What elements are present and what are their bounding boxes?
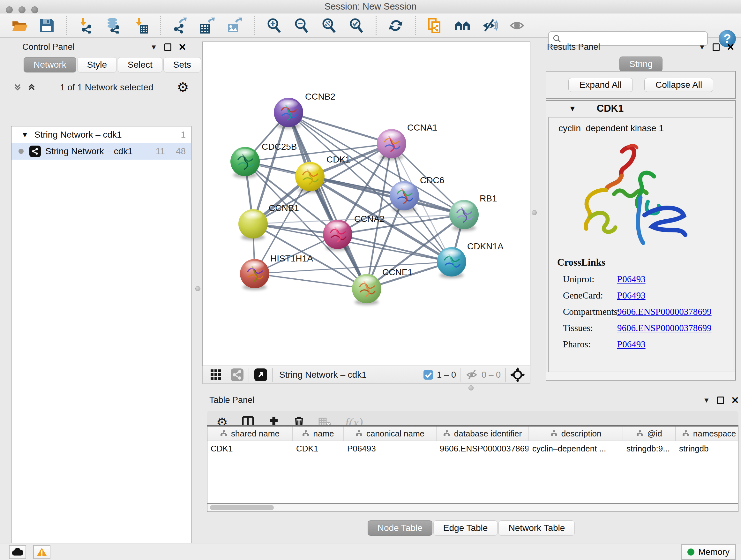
column-header-shared-name[interactable]: shared name [207, 427, 293, 441]
network-view-icon[interactable] [230, 368, 244, 382]
node-CCNE1[interactable]: CCNE1 [352, 267, 413, 305]
bottom-splitter-handle[interactable] [468, 385, 474, 390]
column-header-namespace[interactable]: namespace [676, 427, 738, 441]
tab-node-table[interactable]: Node Table [367, 520, 432, 536]
float-panel-icon[interactable] [713, 44, 720, 51]
zoom-out-button[interactable] [293, 17, 310, 34]
table-row[interactable]: CDK1CDK1P064939606.ENSP00000378699cyclin… [207, 441, 738, 456]
tab-string[interactable]: String [619, 57, 663, 72]
table-cell[interactable]: P06493 [344, 441, 436, 456]
collapse-all-button[interactable]: Collapse All [644, 78, 713, 92]
node-CDKN1A[interactable]: CDKN1A [437, 241, 503, 278]
window-controls[interactable] [6, 6, 38, 13]
maximize-window-icon[interactable] [31, 6, 38, 13]
left-splitter-handle[interactable] [195, 286, 200, 291]
crosslink-value-link[interactable]: 9606.ENSP00000378699 [617, 323, 712, 333]
edge-HIST1H1A-CCNE1[interactable] [255, 273, 367, 289]
close-panel-icon[interactable]: ✕ [731, 395, 739, 406]
minimize-window-icon[interactable] [18, 6, 25, 13]
export-image-icon [227, 17, 243, 34]
export-image-button[interactable] [226, 17, 243, 34]
tab-network-table[interactable]: Network Table [498, 520, 575, 536]
show-all-button[interactable] [509, 17, 526, 34]
network-canvas[interactable]: CCNB2CCNA1CDC25BCDK1CDC6RB1CCNB1CCNA2CDK… [202, 42, 530, 366]
zoom-in-button[interactable] [266, 17, 282, 34]
tab-style[interactable]: Style [77, 57, 117, 72]
column-header-canonical-name[interactable]: canonical name [344, 427, 436, 441]
panel-menu-icon[interactable]: ▼ [150, 43, 157, 51]
crosslink-value-link[interactable]: P06493 [617, 274, 646, 285]
crosslink-value-link[interactable]: P06493 [617, 339, 646, 350]
close-window-icon[interactable] [6, 6, 13, 13]
table-tabs: Node Table Edge Table Network Table [202, 520, 741, 536]
first-neighbors-button[interactable] [454, 17, 471, 34]
open-session-button[interactable] [11, 17, 27, 34]
export-network-button[interactable] [172, 17, 188, 34]
warnings-button[interactable] [33, 545, 51, 559]
table-cell[interactable]: stringdb [676, 441, 738, 456]
tab-select[interactable]: Select [118, 57, 162, 72]
memory-button[interactable]: Memory [681, 544, 736, 560]
hide-selected-button[interactable] [482, 17, 498, 34]
column-header--id[interactable]: @id [623, 427, 676, 441]
expand-all-icon[interactable] [27, 83, 37, 92]
node-HIST1H1A[interactable]: HIST1H1A [240, 253, 313, 290]
save-session-button[interactable] [38, 17, 55, 34]
close-panel-icon[interactable]: ✕ [179, 42, 186, 53]
selected-checkbox-icon[interactable] [423, 369, 434, 380]
column-header-name[interactable]: name [293, 427, 344, 441]
node-count: 11 [156, 146, 165, 157]
detach-view-icon[interactable] [254, 368, 268, 382]
export-table-button[interactable] [199, 17, 216, 34]
import-network-database-button[interactable] [105, 17, 122, 34]
clone-network-button[interactable] [427, 17, 443, 34]
zoom-fit-button[interactable] [321, 17, 337, 34]
expand-all-button[interactable]: Expand All [568, 78, 633, 92]
crosslink-value-link[interactable]: 9606.ENSP00000378699 [617, 307, 712, 317]
table-cell[interactable]: CDK1 [293, 441, 344, 456]
table-hscrollbar[interactable] [207, 504, 738, 512]
tab-sets[interactable]: Sets [163, 57, 201, 72]
right-splitter-handle[interactable] [532, 210, 537, 215]
table-panel-title: Table Panel [209, 395, 254, 405]
network-collection-row[interactable]: ▼ String Network – cdk1 1 [11, 126, 191, 143]
node-CCNB1[interactable]: CCNB1 [239, 203, 299, 240]
crosslink-value-link[interactable]: P06493 [617, 290, 646, 301]
table-cell[interactable]: CDK1 [207, 441, 293, 456]
window-title: Session: New Session [325, 1, 417, 12]
close-panel-icon[interactable]: ✕ [727, 42, 735, 53]
cloud-status-button[interactable] [9, 545, 26, 559]
table-cell[interactable]: cyclin–dependent ... [529, 441, 623, 456]
import-table-button[interactable] [132, 17, 149, 34]
gene-expander-icon[interactable]: ▼ [569, 104, 576, 113]
network-row[interactable]: String Network – cdk1 11 48 [11, 143, 191, 160]
column-type-icon [302, 430, 309, 437]
refresh-icon [388, 17, 404, 34]
collection-expander-icon[interactable]: ▼ [21, 130, 29, 139]
column-header-description[interactable]: description [529, 427, 623, 441]
import-network-file-button[interactable] [77, 17, 94, 34]
crosslink-row: Compartments:9606.ENSP00000378699 [557, 307, 712, 317]
table-cell[interactable]: stringdb:9... [623, 441, 676, 456]
table-cell[interactable]: 9606.ENSP00000378699 [436, 441, 529, 456]
table-header-row: shared namenamecanonical namedatabase id… [207, 427, 738, 441]
edge-CCNB2-CCNA1[interactable] [288, 112, 392, 144]
float-panel-icon[interactable] [717, 396, 724, 404]
panel-menu-icon[interactable]: ▼ [698, 43, 705, 51]
panel-menu-icon[interactable]: ▼ [703, 396, 710, 405]
birds-eye-toggle-icon[interactable] [510, 368, 525, 382]
collapse-all-icon[interactable] [13, 83, 22, 92]
float-panel-icon[interactable] [164, 44, 172, 51]
tab-edge-table[interactable]: Edge Table [433, 520, 498, 536]
node-table[interactable]: shared namenamecanonical namedatabase id… [207, 425, 738, 504]
zoom-selected-button[interactable] [348, 17, 365, 34]
column-header-database-identifier[interactable]: database identifier [436, 427, 529, 441]
grid-view-icon[interactable] [210, 368, 222, 381]
network-options-gear-icon[interactable]: ⚙ [177, 81, 189, 94]
node-CCNA1[interactable]: CCNA1 [377, 123, 437, 160]
node-RB1[interactable]: RB1 [449, 193, 497, 231]
string-network-graph[interactable]: CCNB2CCNA1CDC25BCDK1CDC6RB1CCNB1CCNA2CDK… [203, 42, 530, 366]
results-scrollbar[interactable] [546, 372, 736, 381]
apply-layout-button[interactable] [387, 17, 404, 34]
tab-network[interactable]: Network [23, 57, 76, 72]
